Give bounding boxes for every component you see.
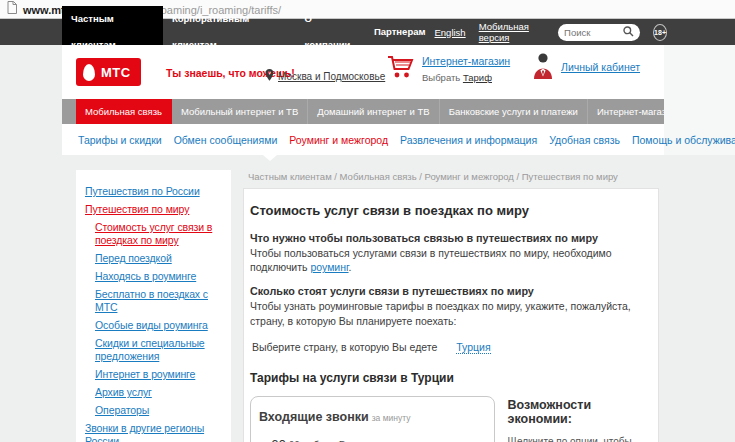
cart-icon[interactable] xyxy=(387,54,415,84)
subnav-support[interactable]: Помощь и обслуживание xyxy=(632,134,735,146)
tariff-card: Входящие звонкиза минуту 60,00 руб. Все … xyxy=(250,396,495,442)
egg-icon xyxy=(83,64,95,81)
choose-label: Выбрать xyxy=(422,72,460,83)
section-text-what-you-need: Чтобы пользоваться услугами связи в путе… xyxy=(250,246,646,274)
content-region: Путешествия по России Путешествия по мир… xyxy=(62,155,664,442)
tab-home-internet-tv[interactable]: Домашний интернет и ТВ xyxy=(308,99,439,124)
roaming-link[interactable]: роуминг xyxy=(310,261,348,273)
sidebar-item-while-roaming[interactable]: Находясь в роуминге xyxy=(95,270,229,283)
tariff-unit: за минуту xyxy=(372,413,411,423)
savings-text: Щелкните по опции, чтобы узнать, как она… xyxy=(508,435,648,442)
page-icon xyxy=(7,0,17,18)
tab-mobile[interactable]: Мобильная связь xyxy=(76,99,172,124)
section-heading-cost: Сколько стоят услуги связи в путешествия… xyxy=(250,285,648,297)
region-selector[interactable]: Москва и Подмосковье xyxy=(265,67,385,85)
sidebar-item-operators[interactable]: Операторы xyxy=(95,404,229,417)
text-after-roaming-link: . xyxy=(349,261,352,273)
sidebar-item-service-archive[interactable]: Архив услуг xyxy=(95,386,229,399)
search-box[interactable] xyxy=(558,24,640,41)
tab-mobile-internet-tv[interactable]: Мобильный интернет и ТВ xyxy=(172,99,308,124)
tab-banking[interactable]: Банковские услуги и платежи xyxy=(440,99,588,124)
site-header: МТС Ты знаешь, что можешь! Москва и Подм… xyxy=(62,45,664,99)
location-pin-icon xyxy=(265,67,274,85)
text-before-roaming-link: Чтобы пользоваться услугами связи в путе… xyxy=(250,247,612,273)
country-select-link[interactable]: Турция xyxy=(456,341,490,354)
sidebar-item-travel-world[interactable]: Путешествия по миру xyxy=(85,203,229,216)
online-shop-link[interactable]: Интернет-магазин xyxy=(422,55,510,67)
savings-panel: Возможности экономии: Щелкните по опции,… xyxy=(508,396,648,442)
age-18-badge: 18+ xyxy=(653,24,667,41)
sidebar-item-before-trip[interactable]: Перед поездкой xyxy=(95,252,229,265)
active-subnav-notch xyxy=(263,155,277,161)
sidebar-menu: Путешествия по России Путешествия по мир… xyxy=(76,170,231,442)
sidebar-item-internet-roaming[interactable]: Интернет в роуминге xyxy=(95,368,229,381)
sidebar-item-calls-regions[interactable]: Звонки в другие регионы России xyxy=(85,422,229,442)
sidebar-item-free-with-mts[interactable]: Бесплатно в поездках с МТС xyxy=(95,288,229,314)
tariff-entry-incoming: Входящие звонкиза минуту 60,00 руб. Все … xyxy=(259,410,486,442)
subnav-entertainment[interactable]: Развлечения и информация xyxy=(400,134,537,146)
subnav-messaging[interactable]: Обмен сообщениями xyxy=(174,134,278,146)
sidebar-item-special-roaming[interactable]: Особые виды роуминга xyxy=(95,319,229,332)
tariff-link[interactable]: Тариф xyxy=(463,72,492,83)
savings-title: Возможности экономии: xyxy=(508,398,648,426)
topnav-right-group: English Мобильная версия 18+ xyxy=(435,21,735,43)
top-navigation: Частным клиентам Корпоративным клиентам … xyxy=(0,19,735,45)
section-text-cost: Чтобы узнать роуминговые тарифы в поездк… xyxy=(250,299,646,327)
country-select-label: Выберите страну, в которую Вы едете xyxy=(252,341,437,353)
sidebar-item-travel-russia[interactable]: Путешествия по России xyxy=(85,185,229,198)
sub-navigation: Тарифы и скидки Обмен сообщениями Роумин… xyxy=(62,124,664,155)
tariff-name-text: Входящие звонки xyxy=(259,410,369,424)
person-icon[interactable] xyxy=(532,52,554,84)
tariffs-layout: Входящие звонкиза минуту 60,00 руб. Все … xyxy=(250,396,648,442)
choose-tariff-row: Выбрать Тариф xyxy=(422,72,492,83)
tariff-price-row: 60,00 руб. Все входящие звонки xyxy=(271,437,486,442)
main-area: Частным клиентам / Мобильная связь / Роу… xyxy=(243,155,659,442)
mts-logo[interactable]: МТС xyxy=(76,58,141,86)
subnav-convenience[interactable]: Удобная связь xyxy=(549,134,620,146)
mobile-version-link[interactable]: Мобильная версия xyxy=(479,21,545,43)
logo-text: МТС xyxy=(101,65,131,80)
english-link[interactable]: English xyxy=(435,27,466,38)
content-panel: Стоимость услуг связи в поездках по миру… xyxy=(243,188,659,442)
online-shop-block: Интернет-магазин Выбрать Тариф xyxy=(422,55,510,85)
tariff-name: Входящие звонкиза минуту xyxy=(259,410,486,424)
breadcrumb: Частным клиентам / Мобильная связь / Роу… xyxy=(248,171,659,182)
sidebar-item-cost-world-trips[interactable]: Стоимость услуг связи в поездках по миру xyxy=(95,221,229,247)
subnav-tariffs[interactable]: Тарифы и скидки xyxy=(78,134,162,146)
search-input[interactable] xyxy=(564,27,620,38)
tariffs-heading: Тарифы на услуги связи в Турции xyxy=(250,371,648,385)
main-section-nav: Мобильная связь Мобильный интернет и ТВ … xyxy=(62,99,664,124)
subnav-roaming[interactable]: Роуминг и межгород xyxy=(289,134,388,146)
personal-account-link[interactable]: Личный кабинет xyxy=(561,61,640,73)
sidebar-item-discounts[interactable]: Скидки и специальные предложения xyxy=(95,337,229,363)
topnav-item-partners[interactable]: Партнерам xyxy=(365,19,435,45)
page-title: Стоимость услуг связи в поездках по миру xyxy=(250,203,648,218)
section-heading-what-you-need: Что нужно чтобы пользоваться связью в пу… xyxy=(250,232,648,244)
tariff-price-int: 60 xyxy=(271,437,286,442)
region-link[interactable]: Москва и Подмосковье xyxy=(278,71,385,82)
country-select-row: Выберите страну, в которую Вы едете Турц… xyxy=(252,341,648,353)
search-icon[interactable] xyxy=(623,23,634,41)
